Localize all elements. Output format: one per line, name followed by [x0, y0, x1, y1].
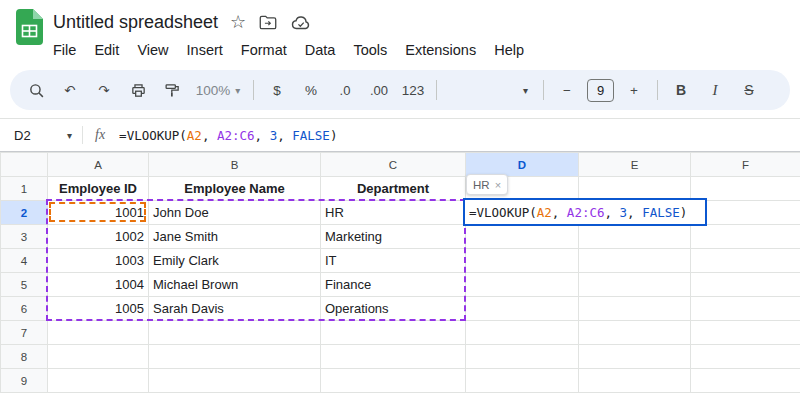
italic-button[interactable]: I [701, 76, 729, 104]
cell-C1[interactable]: Department [321, 177, 466, 201]
row-header-2[interactable]: 2 [1, 201, 48, 225]
bold-button[interactable]: B [667, 76, 695, 104]
cell-A5[interactable]: 1004 [48, 273, 149, 297]
cell-F1[interactable] [691, 177, 800, 201]
zoom-selector[interactable]: 100% ▾ [192, 76, 244, 104]
cell-A1[interactable]: Employee ID [48, 177, 149, 201]
cell-B3[interactable]: Jane Smith [149, 225, 321, 249]
cell-A2[interactable]: 1001 [48, 201, 149, 225]
column-header-B[interactable]: B [149, 153, 321, 177]
star-icon[interactable]: ☆ [230, 13, 246, 31]
cell-E4[interactable] [579, 249, 691, 273]
cell-B1[interactable]: Employee Name [149, 177, 321, 201]
cell-B7[interactable] [149, 321, 321, 345]
format-percent-button[interactable]: % [297, 76, 325, 104]
cell-E6[interactable] [579, 297, 691, 321]
cell-A7[interactable] [48, 321, 149, 345]
cell-C5[interactable]: Finance [321, 273, 466, 297]
name-box[interactable]: D2 ▾ [0, 128, 82, 143]
cell-E9[interactable] [579, 369, 691, 393]
search-icon[interactable] [22, 76, 50, 104]
cell-F4[interactable] [691, 249, 800, 273]
menu-item-insert[interactable]: Insert [178, 39, 232, 61]
cell-editor-D2[interactable]: =VLOOKUP(A2, A2:C6, 3, FALSE) [463, 198, 707, 226]
menu-item-data[interactable]: Data [296, 39, 345, 61]
menu-item-format[interactable]: Format [232, 39, 296, 61]
move-folder-icon[interactable] [258, 14, 278, 31]
cell-B8[interactable] [149, 345, 321, 369]
row-header-1[interactable]: 1 [1, 177, 48, 201]
cell-F9[interactable] [691, 369, 800, 393]
row-header-6[interactable]: 6 [1, 297, 48, 321]
decrease-font-size-button[interactable]: − [553, 76, 581, 104]
cell-B6[interactable]: Sarah Davis [149, 297, 321, 321]
sheets-logo[interactable] [16, 9, 43, 49]
cell-E7[interactable] [579, 321, 691, 345]
document-title[interactable]: Untitled spreadsheet [53, 12, 218, 33]
cell-E8[interactable] [579, 345, 691, 369]
cell-D4[interactable] [466, 249, 579, 273]
select-all-corner[interactable] [1, 153, 48, 177]
cell-F6[interactable] [691, 297, 800, 321]
cell-B4[interactable]: Emily Clark [149, 249, 321, 273]
cell-F3[interactable] [691, 225, 800, 249]
strikethrough-button[interactable]: S [735, 76, 763, 104]
increase-font-size-button[interactable]: + [620, 76, 648, 104]
cell-A4[interactable]: 1003 [48, 249, 149, 273]
cell-D6[interactable] [466, 297, 579, 321]
print-button[interactable] [124, 76, 152, 104]
row-header-7[interactable]: 7 [1, 321, 48, 345]
decrease-decimals-button[interactable]: .0 [331, 76, 359, 104]
menu-item-edit[interactable]: Edit [85, 39, 128, 61]
font-size-input[interactable]: 9 [587, 79, 614, 102]
cell-D9[interactable] [466, 369, 579, 393]
menu-item-tools[interactable]: Tools [344, 39, 396, 61]
formula-input[interactable]: =VLOOKUP(A2, A2:C6, 3, FALSE) [119, 128, 337, 143]
cell-C6[interactable]: Operations [321, 297, 466, 321]
cell-C2[interactable]: HR [321, 201, 466, 225]
menu-item-view[interactable]: View [128, 39, 177, 61]
increase-decimals-button[interactable]: .00 [365, 76, 393, 104]
cell-D3[interactable] [466, 225, 579, 249]
row-header-4[interactable]: 4 [1, 249, 48, 273]
undo-button[interactable]: ↶ [56, 76, 84, 104]
cell-C3[interactable]: Marketing [321, 225, 466, 249]
menu-item-help[interactable]: Help [485, 39, 533, 61]
cell-B2[interactable]: John Doe [149, 201, 321, 225]
cell-A3[interactable]: 1002 [48, 225, 149, 249]
column-header-C[interactable]: C [321, 153, 466, 177]
cell-A8[interactable] [48, 345, 149, 369]
redo-button[interactable]: ↷ [90, 76, 118, 104]
menu-item-extensions[interactable]: Extensions [396, 39, 485, 61]
row-header-9[interactable]: 9 [1, 369, 48, 393]
more-formats-button[interactable]: 123 [399, 76, 427, 104]
cell-C4[interactable]: IT [321, 249, 466, 273]
cell-F7[interactable] [691, 321, 800, 345]
cell-B9[interactable] [149, 369, 321, 393]
menu-item-file[interactable]: File [44, 39, 85, 61]
column-header-E[interactable]: E [579, 153, 691, 177]
cell-D8[interactable] [466, 345, 579, 369]
cell-C7[interactable] [321, 321, 466, 345]
cell-F8[interactable] [691, 345, 800, 369]
cell-C8[interactable] [321, 345, 466, 369]
row-header-8[interactable]: 8 [1, 345, 48, 369]
close-icon[interactable]: × [495, 179, 501, 191]
row-header-5[interactable]: 5 [1, 273, 48, 297]
paint-format-button[interactable] [158, 76, 186, 104]
cell-E5[interactable] [579, 273, 691, 297]
cell-D7[interactable] [466, 321, 579, 345]
column-header-F[interactable]: F [691, 153, 800, 177]
cell-C9[interactable] [321, 369, 466, 393]
font-family-dropdown[interactable]: ▾ [446, 76, 534, 104]
cell-F5[interactable] [691, 273, 800, 297]
cell-E3[interactable] [579, 225, 691, 249]
column-header-D[interactable]: D [466, 153, 579, 177]
row-header-3[interactable]: 3 [1, 225, 48, 249]
column-header-A[interactable]: A [48, 153, 149, 177]
cell-A6[interactable]: 1005 [48, 297, 149, 321]
cell-E1[interactable] [579, 177, 691, 201]
format-currency-button[interactable]: $ [263, 76, 291, 104]
cell-B5[interactable]: Michael Brown [149, 273, 321, 297]
cell-D5[interactable] [466, 273, 579, 297]
